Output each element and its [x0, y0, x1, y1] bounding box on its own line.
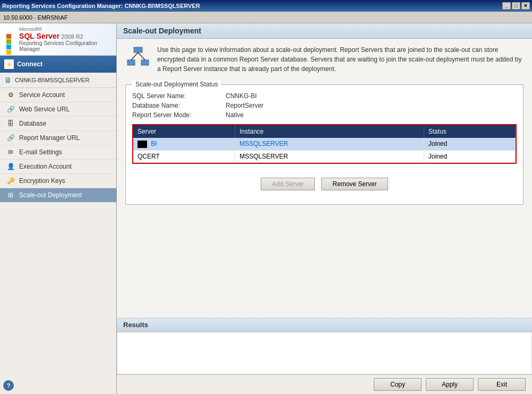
sidebar-bottom: ? — [0, 377, 116, 394]
page-title: Scale-out Deployment — [123, 27, 201, 35]
address-bar: 10.50.6000 - EMRSN\AF — [0, 12, 532, 23]
sql-server-value: CNNKG-BI — [226, 92, 257, 100]
connect-icon: ⚡ — [4, 59, 14, 69]
results-body — [117, 332, 532, 374]
table-header-row: Server Instance Status — [133, 125, 516, 138]
svg-rect-2 — [141, 60, 149, 65]
status-row-sql: SQL Server Name: CNNKG-BI — [132, 92, 517, 100]
report-manager-icon: 🔗 — [6, 134, 15, 142]
sidebar-item-scaleout-deployment[interactable]: ⊞ Scale-out Deployment — [0, 188, 116, 203]
nav-list: ⚙ Service Account 🔗 Web Service URL 🗄 Da… — [0, 88, 116, 203]
help-icon[interactable]: ? — [3, 380, 14, 391]
server-link-1[interactable]: BI — [151, 140, 157, 147]
ms-green-tile — [6, 39, 11, 44]
inner-content: Use this page to view information about … — [117, 39, 532, 318]
sidebar-item-label: Encryption Keys — [19, 177, 65, 185]
apply-button[interactable]: Apply — [426, 378, 474, 391]
server-label: CNNKG-BI\MSSQLSERVER — [15, 77, 89, 83]
description-area: Use this page to view information about … — [125, 39, 524, 80]
svg-line-4 — [138, 52, 145, 60]
database-name-value: ReportServer — [226, 102, 263, 109]
scaleout-deployment-icon — [125, 45, 151, 71]
status-section: Scale-out Deployment Status SQL Server N… — [125, 84, 524, 205]
sidebar-item-label: Database — [19, 120, 46, 127]
add-server-button[interactable]: Add Server — [261, 178, 315, 190]
email-icon: ✉ — [6, 148, 15, 156]
svg-rect-1 — [127, 60, 135, 65]
col-server: Server — [133, 125, 235, 138]
microsoft-label: Microsoft® — [19, 27, 110, 32]
bottom-bar: Copy Apply Exit — [117, 374, 532, 394]
network-svg — [125, 45, 151, 71]
svg-line-3 — [131, 52, 138, 60]
sql-logo: Microsoft® SQL Server 2008 R2 Reporting … — [6, 27, 110, 52]
svg-rect-0 — [134, 47, 142, 52]
sidebar-item-label: Web Service URL — [19, 106, 70, 113]
cell-server-2: QCERT — [133, 150, 235, 162]
connect-label: Connect — [17, 60, 42, 68]
help-symbol: ? — [7, 382, 11, 389]
deployment-table-container: Server Instance Status BI — [132, 124, 517, 164]
sidebar-item-label: Execution Account — [19, 163, 72, 170]
sql-server-text: SQL Server — [19, 32, 59, 40]
status-legend: Scale-out Deployment Status — [132, 81, 221, 88]
ms-red-tile — [6, 34, 11, 39]
server-mode-value: Native — [226, 111, 244, 119]
sidebar-item-email-settings[interactable]: ✉ E-mail Settings — [0, 145, 116, 160]
sidebar-item-encryption-keys[interactable]: 🔑 Encryption Keys — [0, 174, 116, 188]
cell-instance-2: MSSQLSERVER — [235, 150, 424, 162]
results-section: Results — [117, 318, 532, 374]
results-header: Results — [117, 318, 532, 332]
maximize-button[interactable]: □ — [512, 2, 520, 10]
sidebar-item-database[interactable]: 🗄 Database — [0, 117, 116, 131]
sidebar-item-label: E-mail Settings — [19, 148, 62, 156]
app-header: Microsoft® SQL Server 2008 R2 Reporting … — [0, 23, 116, 56]
reporting-subtitle: Reporting Services Configuration Manager — [19, 40, 110, 52]
col-status: Status — [424, 125, 515, 138]
cell-server-1: BI — [133, 138, 235, 150]
sidebar-item-web-service-url[interactable]: 🔗 Web Service URL — [0, 102, 116, 117]
sidebar-item-label: Service Account — [19, 91, 65, 99]
title-bar: Reporting Services Configuration Manager… — [0, 0, 532, 12]
sidebar-item-label: Report Manager URL — [19, 134, 80, 142]
copy-button[interactable]: Copy — [374, 378, 422, 391]
table-row[interactable]: QCERT MSSQLSERVER Joined — [133, 150, 516, 162]
cell-instance-1: MSSQLSERVER — [235, 138, 424, 150]
exit-button[interactable]: Exit — [478, 378, 526, 391]
sidebar-item-report-manager-url[interactable]: 🔗 Report Manager URL — [0, 131, 116, 145]
sidebar-server: 🖥 CNNKG-BI\MSSQLSERVER — [0, 73, 116, 88]
sidebar: Microsoft® SQL Server 2008 R2 Reporting … — [0, 23, 117, 394]
content-area: Scale-out Deployment Use this page to vi… — [117, 23, 532, 394]
description-text: Use this page to view information about … — [157, 45, 524, 74]
page-title-bar: Scale-out Deployment — [117, 23, 532, 39]
window-title: Reporting Services Configuration Manager… — [2, 3, 200, 9]
microsoft-logo — [6, 34, 16, 45]
status-row-mode: Report Server Mode: Native — [132, 111, 517, 119]
deployment-table: Server Instance Status BI — [133, 125, 516, 163]
cell-status-2: Joined — [424, 150, 515, 162]
sidebar-item-service-account[interactable]: ⚙ Service Account — [0, 88, 116, 102]
col-instance: Instance — [235, 125, 424, 138]
minimize-button[interactable]: _ — [502, 2, 511, 10]
database-icon: 🗄 — [6, 119, 15, 128]
sql-version: 2008 R2 — [61, 33, 83, 40]
window-controls: _ □ ✕ — [502, 2, 530, 10]
row-indicator-1 — [138, 141, 147, 148]
cell-status-1: Joined — [424, 138, 515, 150]
scaleout-icon: ⊞ — [6, 191, 15, 199]
sql-server-label: SQL Server Name: — [132, 92, 217, 100]
main-container: Microsoft® SQL Server 2008 R2 Reporting … — [0, 23, 532, 394]
sidebar-item-execution-account[interactable]: 👤 Execution Account — [0, 160, 116, 174]
remove-server-button[interactable]: Remove Server — [321, 178, 388, 190]
sidebar-connect-header: ⚡ Connect — [0, 56, 116, 73]
sql-text-block: Microsoft® SQL Server 2008 R2 Reporting … — [19, 27, 110, 52]
close-button[interactable]: ✕ — [521, 2, 530, 10]
web-service-icon: 🔗 — [6, 105, 15, 113]
status-row-db: Database Name: ReportServer — [132, 102, 517, 109]
encryption-icon: 🔑 — [6, 177, 15, 185]
server-mode-label: Report Server Mode: — [132, 111, 217, 119]
database-name-label: Database Name: — [132, 102, 217, 109]
instance-link-1[interactable]: MSSQLSERVER — [239, 140, 288, 147]
table-row[interactable]: BI MSSQLSERVER Joined — [133, 138, 516, 150]
ms-yellow-tile — [6, 50, 11, 55]
